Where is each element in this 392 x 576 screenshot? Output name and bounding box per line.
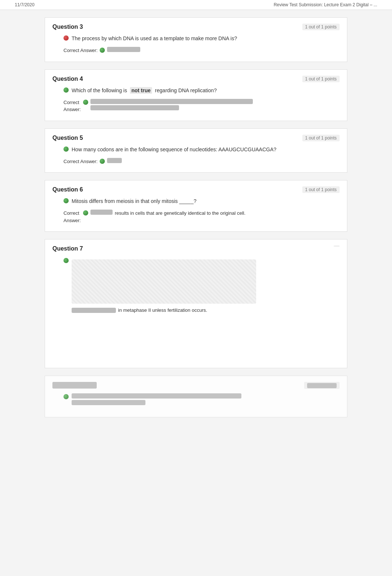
- question-6-answer-indicator: [83, 210, 88, 215]
- question-4-answer-row: Correct Answer:: [63, 99, 340, 113]
- question-3-answer-indicator: [100, 48, 105, 53]
- question-3-header: Question 3 1 out of 1 points: [52, 24, 340, 30]
- question-7-blur-1: [72, 308, 116, 313]
- question-7-body: in metaphase II unless fertilization occ…: [52, 256, 340, 330]
- question-8-title: [52, 382, 97, 389]
- question-3-text: The process by which DNA is used as a te…: [63, 35, 340, 42]
- question-3-answer-blurred: [107, 47, 140, 52]
- question-4-answer-line2: [90, 105, 179, 110]
- question-4-indicator: [63, 87, 69, 93]
- question-6-block: Question 6 1 out of 1 points Mitosis dif…: [45, 180, 347, 232]
- question-4-body: Which of the following is not true regar…: [52, 87, 340, 113]
- question-4-answer-label: Answer:: [63, 106, 81, 113]
- main-content: Question 3 1 out of 1 points The process…: [45, 10, 347, 432]
- question-6-answer-label: Answer:: [63, 217, 81, 224]
- question-7-image: [72, 259, 256, 304]
- header-date: 11/7/2020: [15, 2, 34, 7]
- question-5-points: 1 out of 1 points: [302, 135, 340, 141]
- question-3-answer-row: Correct Answer:: [63, 47, 340, 54]
- question-8-line1: [72, 393, 241, 399]
- question-5-content: How many codons are in the following seq…: [72, 146, 340, 154]
- question-3-correct-label: Correct Answer:: [63, 47, 97, 54]
- question-4-header: Question 4 1 out of 1 points: [52, 76, 340, 82]
- question-7-image-row: in metaphase II unless fertilization occ…: [63, 256, 340, 314]
- question-8-points: [304, 382, 340, 389]
- page-header: 11/7/2020 Review Test Submission: Lectur…: [0, 0, 392, 10]
- question-6-points: 1 out of 1 points: [302, 186, 340, 193]
- question-5-block: Question 5 1 out of 1 points How many co…: [45, 128, 347, 173]
- question-5-header: Question 5 1 out of 1 points: [52, 135, 340, 141]
- question-4-content: Which of the following is not true regar…: [72, 87, 340, 94]
- question-7-block: Question 7 in metaphase II unless fertil…: [45, 239, 347, 368]
- question-6-text: Mitosis differs from meiosis in that onl…: [63, 197, 340, 205]
- question-7-bottom-text: in metaphase II unless fertilization occ…: [118, 307, 207, 314]
- question-3-points: 1 out of 1 points: [302, 24, 340, 30]
- header-title: Review Test Submission: Lecture Exam 2 D…: [274, 2, 377, 7]
- question-7-image-area: in metaphase II unless fertilization occ…: [72, 256, 340, 314]
- question-5-answer-indicator: [100, 159, 105, 164]
- question-6-body: Mitosis differs from meiosis in that onl…: [52, 197, 340, 224]
- question-3-block: Question 3 1 out of 1 points The process…: [45, 17, 347, 62]
- question-5-body: How many codons are in the following seq…: [52, 146, 340, 165]
- question-8-points-blur: [307, 383, 337, 388]
- question-6-correct-label: Correct: [63, 210, 81, 217]
- question-8-body: [52, 393, 340, 405]
- question-3-title: Question 3: [52, 24, 83, 30]
- question-5-answer-row: Correct Answer:: [63, 158, 340, 165]
- question-3-indicator: [63, 35, 69, 41]
- question-7-header: Question 7: [52, 245, 340, 252]
- question-4-not-true: not true: [130, 87, 152, 94]
- question-7-points: [334, 245, 340, 247]
- question-5-title: Question 5: [52, 135, 83, 141]
- question-5-text: How many codons are in the following seq…: [63, 146, 340, 154]
- question-6-title: Question 6: [52, 186, 83, 193]
- question-4-title: Question 4: [52, 76, 83, 82]
- question-6-header: Question 6 1 out of 1 points: [52, 186, 340, 193]
- question-5-correct-label: Correct Answer:: [63, 158, 97, 165]
- question-4-text: Which of the following is not true regar…: [63, 87, 340, 94]
- question-8-text-row: [63, 393, 340, 405]
- question-4-answer-blurred: [90, 99, 253, 110]
- question-8-header: [52, 382, 340, 389]
- question-6-answer-row: Correct Answer: results in cells that ar…: [63, 210, 340, 224]
- question-8-block: [45, 376, 347, 417]
- question-5-answer-blurred: [107, 158, 122, 163]
- question-6-answer-text: results in cells that are genetically id…: [115, 210, 245, 217]
- question-8-indicator: [63, 394, 69, 399]
- question-7-indicator: [63, 258, 69, 263]
- question-4-correct-label: Correct: [63, 99, 81, 106]
- question-6-answer-prefix-blur: [90, 210, 113, 215]
- question-4-points: 1 out of 1 points: [302, 76, 340, 82]
- question-7-image-bottom: in metaphase II unless fertilization occ…: [72, 307, 340, 314]
- question-8-line2: [72, 400, 145, 405]
- question-5-indicator: [63, 146, 69, 152]
- question-8-content: [72, 393, 340, 405]
- question-4-answer-indicator: [83, 100, 88, 105]
- question-4-answer-line1: [90, 99, 253, 104]
- question-3-body: The process by which DNA is used as a te…: [52, 35, 340, 54]
- question-6-content: Mitosis differs from meiosis in that onl…: [72, 197, 340, 205]
- question-4-block: Question 4 1 out of 1 points Which of th…: [45, 69, 347, 121]
- question-3-content: The process by which DNA is used as a te…: [72, 35, 340, 42]
- question-7-title: Question 7: [52, 245, 83, 252]
- question-6-indicator: [63, 198, 69, 203]
- question-7-bottom-row: in metaphase II unless fertilization occ…: [72, 307, 340, 314]
